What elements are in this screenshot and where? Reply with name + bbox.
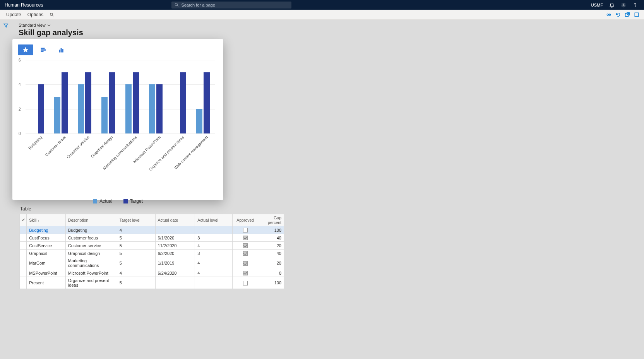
column-target-level[interactable]: Target level	[117, 214, 155, 226]
cell-skill[interactable]: CustFocus	[27, 234, 66, 242]
cell-approved[interactable]	[233, 257, 258, 269]
row-select-cell[interactable]	[20, 277, 27, 289]
bar-actual[interactable]	[78, 84, 84, 133]
cell-gap-percent: 0	[258, 269, 284, 277]
bar-target[interactable]	[85, 72, 91, 133]
svg-point-4	[50, 13, 53, 15]
x-axis-label: Budgeting	[27, 135, 43, 150]
checkbox-icon[interactable]	[243, 236, 248, 240]
bar-target[interactable]	[180, 72, 186, 133]
column-actual-date[interactable]: Actual date	[155, 214, 195, 226]
cell-description: Customer focus	[65, 234, 117, 242]
cell-description: Graphical design	[65, 250, 117, 257]
search-box[interactable]: Search for a page	[171, 2, 291, 9]
x-axis-label: Customer service	[66, 135, 90, 159]
hbar-chart-icon	[40, 47, 46, 53]
table-row[interactable]: MarComMarketing communications51/1/20194…	[20, 257, 284, 269]
legend-actual: Actual	[93, 198, 112, 204]
svg-rect-11	[41, 48, 45, 49]
cell-skill[interactable]: MarCom	[27, 257, 66, 269]
cell-skill[interactable]: Present	[27, 277, 66, 289]
bar-actual[interactable]	[196, 109, 202, 133]
checkbox-icon[interactable]	[243, 228, 248, 232]
bar-target[interactable]	[156, 84, 163, 133]
bar-actual[interactable]	[149, 84, 155, 133]
cell-approved[interactable]	[233, 269, 258, 277]
refresh-icon[interactable]	[615, 12, 621, 17]
svg-point-0	[175, 3, 178, 5]
cell-skill[interactable]: Graphical	[27, 250, 66, 257]
cell-approved[interactable]	[233, 250, 258, 257]
bar-target[interactable]	[109, 72, 115, 133]
bar-actual[interactable]	[125, 84, 132, 133]
table-row[interactable]: GraphicalGraphical design56/2/2020340	[20, 250, 284, 257]
checkbox-icon[interactable]	[243, 271, 248, 275]
chart-plot-area: 0246 BudgetingCustomer focusCustomer ser…	[18, 58, 218, 162]
bar-group	[173, 72, 186, 133]
bell-icon[interactable]	[609, 2, 615, 8]
cell-approved[interactable]	[233, 234, 258, 242]
row-select-cell[interactable]	[20, 234, 27, 242]
row-select-cell[interactable]	[20, 269, 27, 277]
column-description[interactable]: Description	[65, 214, 117, 226]
checkbox-icon[interactable]	[243, 243, 248, 248]
cell-actual-level: 4	[195, 257, 233, 269]
gear-icon[interactable]	[621, 2, 626, 8]
cell-approved[interactable]	[233, 277, 258, 289]
bar-actual[interactable]	[101, 97, 108, 133]
cell-gap-percent: 20	[258, 257, 284, 269]
row-select-cell[interactable]	[20, 242, 27, 250]
fullscreen-icon[interactable]	[634, 12, 639, 17]
checkbox-icon[interactable]	[243, 261, 248, 266]
column-select-all[interactable]	[20, 214, 27, 226]
row-select-cell[interactable]	[20, 250, 27, 257]
cell-skill[interactable]: Budgeting	[27, 226, 66, 234]
filter-pane-button[interactable]	[3, 23, 9, 29]
column-skill[interactable]: Skill↑	[27, 214, 66, 226]
company-code[interactable]: USMF	[591, 3, 603, 7]
x-axis-label: Graphical design	[90, 135, 114, 159]
chart-tab-hbar[interactable]	[36, 44, 51, 55]
table-row[interactable]: BudgetingBudgeting4100	[20, 226, 284, 234]
checkbox-icon[interactable]	[243, 281, 248, 285]
view-selector[interactable]: Standard view	[19, 23, 83, 27]
update-button[interactable]: Update	[3, 12, 24, 17]
bar-actual[interactable]	[54, 97, 60, 133]
chart-tab-vbar[interactable]	[53, 44, 69, 55]
bar-target[interactable]	[38, 84, 44, 133]
row-select-cell[interactable]	[20, 226, 27, 234]
bar-target[interactable]	[204, 72, 210, 133]
app-name: Human Resources	[0, 2, 48, 8]
column-approved[interactable]: Approved	[233, 214, 258, 226]
cell-approved[interactable]	[233, 226, 258, 234]
help-icon[interactable]	[632, 2, 638, 8]
table-row[interactable]: CustServiceCustomer service511/2/2020420	[20, 242, 284, 250]
column-gap-percent[interactable]: Gap percent	[258, 214, 284, 226]
checkbox-icon[interactable]	[243, 251, 248, 256]
find-button[interactable]	[46, 12, 57, 17]
cell-skill[interactable]: MSPowerPoint	[27, 269, 66, 277]
attach-icon[interactable]	[606, 12, 611, 17]
table-row[interactable]: MSPowerPointMicrosoft PowerPoint46/24/20…	[20, 269, 284, 277]
cell-actual-date	[155, 277, 195, 289]
skill-gap-table: Skill↑ Description Target level Actual d…	[19, 214, 284, 289]
cell-target-level: 5	[117, 257, 155, 269]
cell-description: Microsoft PowerPoint	[65, 269, 117, 277]
table-row[interactable]: CustFocusCustomer focus56/1/2020340	[20, 234, 284, 242]
popout-icon[interactable]	[625, 12, 630, 17]
bar-target[interactable]	[133, 72, 139, 133]
cell-actual-date	[155, 226, 195, 234]
options-button[interactable]: Options	[24, 12, 46, 17]
svg-rect-10	[635, 13, 639, 17]
bar-target[interactable]	[62, 72, 68, 133]
column-actual-level[interactable]: Actual level	[195, 214, 233, 226]
global-nav-bar: Human Resources Search for a page USMF	[0, 0, 644, 10]
row-select-cell[interactable]	[20, 257, 27, 269]
legend-target: Target	[123, 198, 143, 204]
cell-gap-percent: 40	[258, 250, 284, 257]
table-row[interactable]: PresentOrganize and present ideas5100	[20, 277, 284, 289]
command-bar: Update Options	[0, 10, 644, 20]
cell-skill[interactable]: CustService	[27, 242, 66, 250]
chart-tab-favorite[interactable]	[18, 44, 33, 55]
cell-approved[interactable]	[233, 242, 258, 250]
